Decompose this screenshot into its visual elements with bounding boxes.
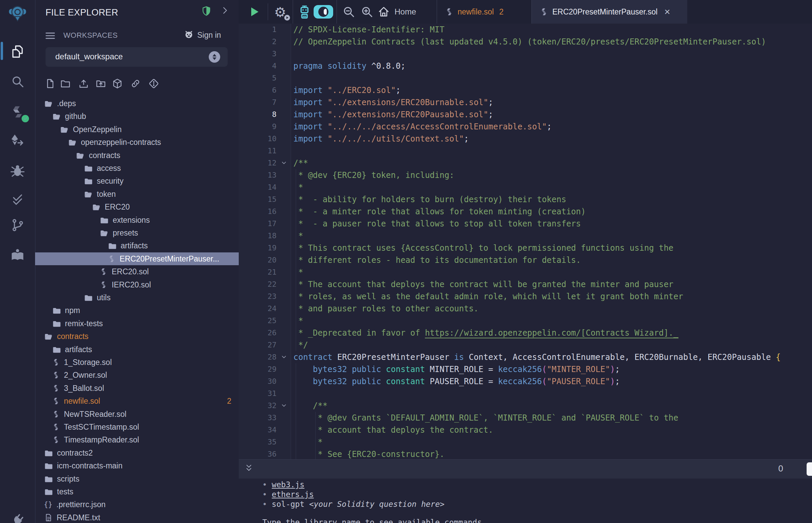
code-line-10[interactable]: 10import "../../../utils/Context.sol";: [239, 133, 812, 145]
code-line-36[interactable]: 36 * See {ERC20-constructor}.: [239, 448, 812, 459]
tree-item-erc20presetminterpauser[interactable]: ERC20PresetMinterPauser...: [35, 252, 239, 265]
tree-item-artifacts[interactable]: artifacts: [35, 343, 239, 356]
tree-item-openzeppelin[interactable]: OpenZeppelin: [35, 123, 239, 136]
close-icon[interactable]: ×: [664, 7, 670, 17]
code-line-35[interactable]: 35 *: [239, 436, 812, 448]
sidebar-item-learneth[interactable]: [0, 246, 35, 264]
tree-item-extensions[interactable]: extensions: [35, 214, 239, 227]
code-line-16[interactable]: 16 * - a minter role that allows for tok…: [239, 205, 812, 218]
sidebar-item-unit-testing[interactable]: [0, 191, 35, 208]
sidebar-item-git[interactable]: [0, 217, 35, 234]
code-line-13[interactable]: 13 * @dev {ERC20} token, including:: [239, 169, 812, 181]
tree-item-erc20-sol[interactable]: ERC20.sol: [35, 265, 239, 278]
tree-item-contracts2[interactable]: contracts2: [35, 447, 239, 459]
tree-item-contracts[interactable]: contracts: [35, 149, 239, 162]
tree-item-openzeppelin-contracts[interactable]: openzeppelin-contracts: [35, 136, 239, 149]
new-file-icon[interactable]: [45, 78, 55, 89]
tree-item-ierc20-sol[interactable]: IERC20.sol: [35, 278, 239, 291]
tree-item-1-storage-sol[interactable]: 1_Storage.sol: [35, 356, 239, 369]
cube-icon[interactable]: [112, 78, 123, 89]
tree-item-contracts[interactable]: contracts: [35, 330, 239, 343]
tree-item-npm[interactable]: npm: [35, 304, 239, 317]
tree-item-newtsreader-sol[interactable]: NewTSReader.sol: [35, 408, 239, 420]
tab-home[interactable]: Home: [378, 0, 416, 23]
tab-erc20presetminterpauser-sol[interactable]: ERC20PresetMinterPauser.sol×: [531, 0, 687, 23]
terminal-suggestion-sol-gpt[interactable]: •sol-gpt <your Solidity question here>: [262, 499, 444, 509]
code-line-6[interactable]: 6import "../ERC20.sol";: [239, 84, 812, 96]
tree-item-github[interactable]: github: [35, 110, 239, 123]
tree-item-newfile-sol[interactable]: newfile.sol2: [35, 395, 239, 408]
terminal-search-input[interactable]: [807, 462, 812, 476]
fold-chevron-icon[interactable]: [281, 354, 287, 361]
code-line-27[interactable]: 27 */: [239, 339, 812, 351]
code-line-22[interactable]: 22 * The account that deploys the contra…: [239, 278, 812, 290]
code-line-2[interactable]: 2// OpenZeppelin Contracts (last updated…: [239, 36, 812, 48]
code-line-18[interactable]: 18 *: [239, 230, 812, 242]
code-line-19[interactable]: 19 * This contract uses {AccessControl} …: [239, 242, 812, 254]
code-line-26[interactable]: 26 * _Deprecated in favor of https://wiz…: [239, 327, 812, 339]
sidebar-item-remix-logo[interactable]: [0, 3, 35, 25]
compiler-settings-button[interactable]: ⚙: [272, 4, 288, 20]
upload-folder-icon[interactable]: [95, 78, 106, 89]
zoom-in-button[interactable]: [359, 5, 374, 20]
tree-item-erc20[interactable]: ERC20: [35, 200, 239, 213]
sidebar-item-debugger[interactable]: [0, 161, 35, 179]
tree-item-2-owner-sol[interactable]: 2_Owner.sol: [35, 369, 239, 381]
terminal-link[interactable]: ethers.js: [272, 490, 314, 499]
code-line-3[interactable]: 3: [239, 48, 812, 60]
terminal-suggestion-web3-js[interactable]: •web3.js: [262, 480, 304, 490]
tab-newfile-sol[interactable]: newfile.sol2: [437, 0, 531, 23]
code-line-1[interactable]: 1// SPDX-License-Identifier: MIT: [239, 23, 812, 36]
tree-item-artifacts[interactable]: artifacts: [35, 239, 239, 252]
code-line-9[interactable]: 9import "../../../access/AccessControlEn…: [239, 121, 812, 133]
code-line-11[interactable]: 11: [239, 145, 812, 157]
code-editor[interactable]: 1// SPDX-License-Identifier: MIT2// Open…: [239, 23, 812, 459]
link-icon[interactable]: [130, 78, 141, 89]
tree-item-prettierrc-json[interactable]: {}.prettierrc.json: [35, 498, 239, 511]
code-line-15[interactable]: 15 * - ability for holders to burn (dest…: [239, 194, 812, 205]
code-line-5[interactable]: 5: [239, 72, 812, 84]
tree-item-scripts[interactable]: scripts: [35, 472, 239, 485]
code-line-21[interactable]: 21 *: [239, 266, 812, 278]
fold-chevron-icon[interactable]: [281, 160, 287, 166]
chevron-right-icon[interactable]: [220, 5, 230, 16]
code-line-34[interactable]: 34 * account that deploys the contract.: [239, 424, 812, 436]
code-line-23[interactable]: 23 * roles, as well as the default admin…: [239, 290, 812, 303]
tree-item-tests[interactable]: tests: [35, 485, 239, 498]
tree-item-readme-txt[interactable]: README.txt: [35, 511, 239, 523]
code-line-33[interactable]: 33 * @dev Grants `DEFAULT_ADMIN_ROLE`, `…: [239, 412, 812, 424]
tree-item-presets[interactable]: presets: [35, 227, 239, 239]
code-line-30[interactable]: 30 bytes32 public constant PAUSER_ROLE =…: [239, 375, 812, 387]
sidebar-item-plugin-manager[interactable]: [0, 512, 35, 523]
sidebar-item-deploy-run[interactable]: [0, 132, 35, 149]
ai-copilot-toggle[interactable]: [314, 5, 333, 19]
code-line-24[interactable]: 24 * and pauser roles to other accounts.: [239, 303, 812, 315]
terminal-expand-icon[interactable]: [244, 464, 253, 473]
code-line-29[interactable]: 29 bytes32 public constant MINTER_ROLE =…: [239, 363, 812, 375]
code-line-25[interactable]: 25 *: [239, 315, 812, 327]
run-script-button[interactable]: [248, 5, 261, 19]
tree-item-access[interactable]: access: [35, 162, 239, 175]
tree-item-icm-contracts-main[interactable]: icm-contracts-main: [35, 459, 239, 472]
code-line-7[interactable]: 7import "../extensions/ERC20Burnable.sol…: [239, 96, 812, 109]
code-line-20[interactable]: 20 * different roles - head to its docum…: [239, 254, 812, 266]
code-line-4[interactable]: 4pragma solidity ^0.8.0;: [239, 60, 812, 72]
sidebar-item-solidity-compiler[interactable]: [0, 103, 35, 121]
sidebar-item-search[interactable]: [0, 73, 35, 90]
tree-item-remix-tests[interactable]: remix-tests: [35, 317, 239, 330]
code-line-17[interactable]: 17 * - a pauser role that allows to stop…: [239, 218, 812, 230]
tree-item-security[interactable]: security: [35, 175, 239, 187]
sign-in-button[interactable]: Sign in: [183, 30, 221, 40]
zoom-out-button[interactable]: [341, 5, 356, 20]
terminal-suggestion-ethers-js[interactable]: •ethers.js: [262, 489, 314, 500]
clone-git-icon[interactable]: [148, 78, 159, 89]
workspace-select[interactable]: default_workspace: [46, 47, 228, 67]
code-line-32[interactable]: 32 /**: [239, 400, 812, 412]
sidebar-item-file-explorer[interactable]: [0, 43, 35, 60]
new-folder-icon[interactable]: [60, 78, 71, 89]
tree-item-testsctimestamp-sol[interactable]: TestSCTimestamp.sol: [35, 420, 239, 433]
code-line-28[interactable]: 28contract ERC20PresetMinterPauser is Co…: [239, 351, 812, 363]
tree-item-3-ballot-sol[interactable]: 3_Ballot.sol: [35, 382, 239, 395]
workspaces-menu-icon[interactable]: [44, 30, 56, 42]
terminal-link[interactable]: web3.js: [272, 480, 304, 489]
